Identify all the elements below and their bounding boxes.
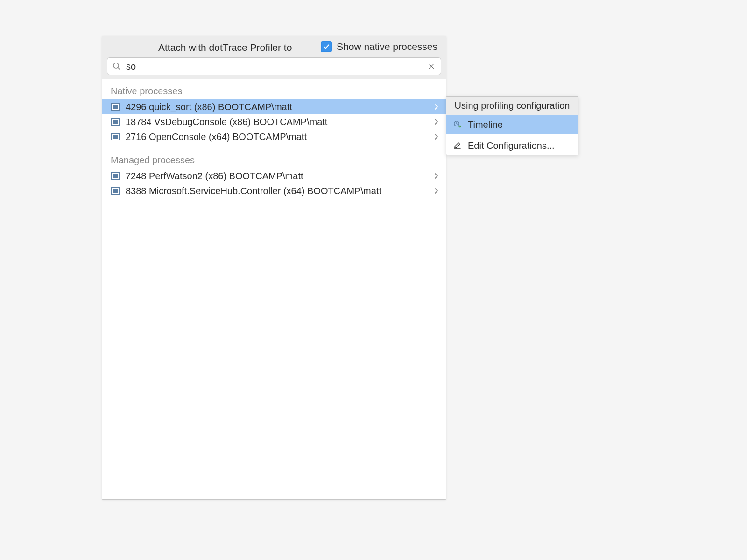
submenu-item-label: Edit Configurations...: [468, 140, 555, 151]
submenu-separator: [451, 135, 573, 135]
process-label: 4296 quick_sort (x86) BOOTCAMP\matt: [126, 102, 428, 112]
managed-processes-header: Managed processes: [102, 148, 446, 168]
chevron-right-icon: [434, 173, 439, 179]
show-native-processes-toggle[interactable]: Show native processes: [321, 41, 437, 52]
submenu-item-label: Timeline: [468, 119, 503, 130]
checkmark-icon: [323, 43, 330, 50]
attach-profiler-dialog: Attach with dotTrace Profiler to Show na…: [102, 36, 446, 500]
chevron-right-icon: [434, 188, 439, 194]
show-native-checkbox[interactable]: [321, 41, 332, 52]
process-row[interactable]: 4296 quick_sort (x86) BOOTCAMP\matt: [102, 99, 446, 114]
close-icon: [428, 63, 435, 70]
svg-line-6: [457, 124, 458, 124]
process-icon: [111, 172, 120, 180]
process-icon: [111, 187, 120, 195]
submenu-header: Using profiling configuration: [446, 97, 578, 115]
search-icon: [112, 62, 121, 71]
svg-line-1: [118, 68, 120, 70]
process-label: 18784 VsDebugConsole (x86) BOOTCAMP\matt: [126, 117, 428, 127]
dialog-title: Attach with dotTrace Profiler to: [158, 42, 292, 53]
process-icon: [111, 133, 120, 140]
process-icon: [111, 103, 120, 111]
profiling-config-submenu: Using profiling configuration Timeline E…: [446, 96, 578, 155]
timeline-icon: [453, 120, 462, 129]
native-processes-header: Native processes: [102, 79, 446, 99]
submenu-item-edit-configurations[interactable]: Edit Configurations...: [446, 136, 578, 155]
process-icon: [111, 118, 120, 126]
search-input[interactable]: [126, 61, 422, 72]
search-field[interactable]: [107, 57, 441, 75]
chevron-right-icon: [434, 119, 439, 125]
process-label: 7248 PerfWatson2 (x86) BOOTCAMP\matt: [126, 171, 428, 182]
process-row[interactable]: 18784 VsDebugConsole (x86) BOOTCAMP\matt: [102, 114, 446, 129]
process-row[interactable]: 8388 Microsoft.ServiceHub.Controller (x6…: [102, 183, 446, 198]
process-row[interactable]: 7248 PerfWatson2 (x86) BOOTCAMP\matt: [102, 168, 446, 183]
show-native-label: Show native processes: [337, 41, 437, 52]
chevron-right-icon: [434, 134, 439, 140]
dialog-header: Attach with dotTrace Profiler to Show na…: [102, 36, 446, 79]
edit-icon: [453, 141, 462, 150]
submenu-item-timeline[interactable]: Timeline: [446, 115, 578, 134]
process-row[interactable]: 2716 OpenConsole (x64) BOOTCAMP\matt: [102, 129, 446, 144]
chevron-right-icon: [434, 104, 439, 110]
dialog-body: Native processes 4296 quick_sort (x86) B…: [102, 79, 446, 499]
process-label: 8388 Microsoft.ServiceHub.Controller (x6…: [126, 186, 428, 196]
clear-search-button[interactable]: [427, 62, 436, 71]
process-label: 2716 OpenConsole (x64) BOOTCAMP\matt: [126, 132, 428, 142]
